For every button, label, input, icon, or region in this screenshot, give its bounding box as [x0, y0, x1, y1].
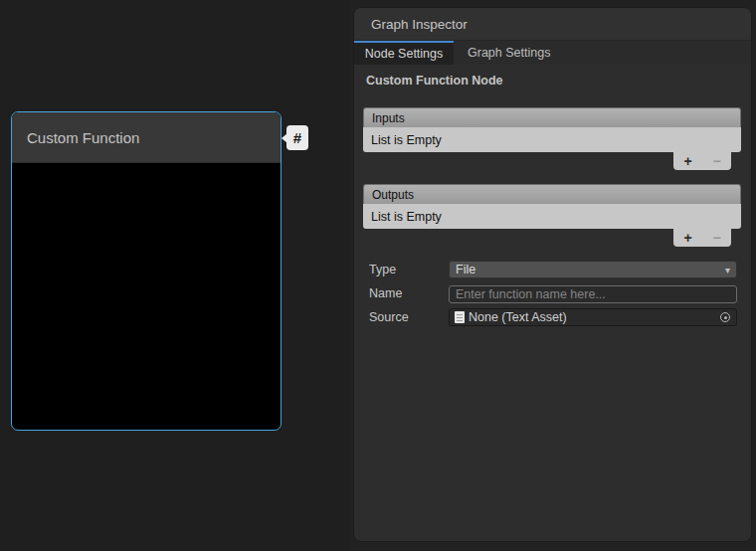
source-label: Source	[363, 310, 449, 324]
outputs-list: Outputs List is Empty + −	[363, 184, 741, 249]
type-label: Type	[363, 263, 449, 276]
inspector-tabbar: Node Settings Graph Settings	[354, 41, 751, 65]
inputs-list-footer: + −	[673, 152, 731, 170]
outputs-list-header: Outputs	[363, 184, 741, 204]
text-asset-icon	[455, 311, 465, 323]
source-object-field[interactable]: None (Text Asset)	[449, 308, 737, 326]
custom-function-node[interactable]: Custom Function	[11, 111, 282, 431]
object-picker-icon[interactable]	[720, 312, 730, 322]
section-title: Custom Function Node	[366, 74, 739, 88]
name-input[interactable]	[449, 285, 737, 303]
graph-inspector-window: Graph Inspector Node Settings Graph Sett…	[353, 7, 752, 542]
property-rows: Type File ▾ Name Source None (Text Asset…	[354, 261, 751, 326]
outputs-list-header-label: Outputs	[372, 188, 414, 202]
outputs-list-footer: + −	[673, 229, 731, 247]
source-object-value: None (Text Asset)	[469, 310, 567, 324]
outputs-remove-button[interactable]: −	[712, 230, 720, 246]
outputs-empty-label: List is Empty	[371, 210, 442, 224]
inspector-title: Graph Inspector	[371, 17, 468, 32]
inputs-list-footer-row: + −	[363, 152, 741, 172]
tab-node-settings-label: Node Settings	[365, 47, 444, 61]
type-dropdown-value: File	[456, 263, 475, 276]
inspector-titlebar[interactable]: Graph Inspector	[354, 8, 751, 41]
inputs-remove-button[interactable]: −	[712, 153, 720, 169]
tab-graph-settings[interactable]: Graph Settings	[454, 41, 564, 65]
inputs-empty-label: List is Empty	[371, 133, 442, 147]
inspector-panel-column: Graph Inspector Node Settings Graph Sett…	[350, 0, 756, 551]
outputs-add-button[interactable]: +	[683, 230, 691, 246]
name-field-wrap	[449, 284, 737, 302]
name-row: Name	[363, 284, 737, 302]
tab-node-settings[interactable]: Node Settings	[354, 41, 454, 65]
type-row: Type File ▾	[363, 261, 737, 278]
node-header[interactable]: Custom Function	[12, 112, 281, 163]
inputs-list-body: List is Empty	[363, 127, 741, 152]
inputs-list-header-label: Inputs	[372, 111, 405, 125]
hash-icon: #	[293, 129, 301, 146]
outputs-list-body: List is Empty	[363, 204, 741, 229]
type-dropdown[interactable]: File ▾	[449, 261, 737, 278]
name-label: Name	[363, 286, 449, 300]
inputs-add-button[interactable]: +	[683, 153, 691, 169]
graph-canvas[interactable]: Custom Function #	[0, 0, 350, 551]
source-row: Source None (Text Asset)	[363, 308, 737, 326]
node-title: Custom Function	[27, 129, 139, 146]
outputs-list-footer-row: + −	[363, 229, 741, 249]
inputs-list-header: Inputs	[363, 107, 741, 127]
chevron-down-icon: ▾	[725, 265, 730, 276]
tab-graph-settings-label: Graph Settings	[468, 46, 550, 60]
inputs-list: Inputs List is Empty + −	[363, 107, 741, 172]
node-hash-badge[interactable]: #	[286, 125, 308, 150]
